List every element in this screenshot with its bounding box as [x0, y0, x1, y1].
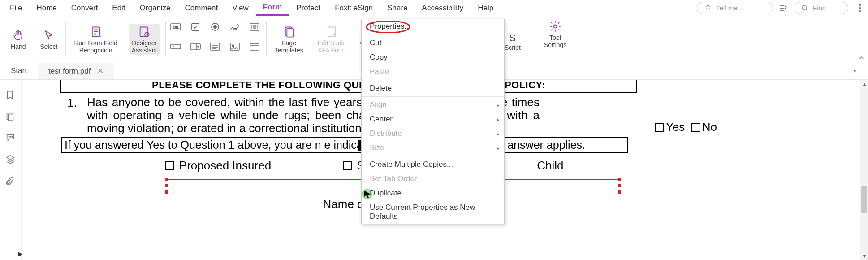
- menu-share[interactable]: Share: [380, 1, 415, 15]
- menu-form[interactable]: Form: [256, 0, 289, 16]
- instruction-banner: PLEASE COMPLETE THE FOLLOWING QUESTIONS …: [60, 80, 637, 93]
- script-partial-s: S: [510, 32, 516, 44]
- signature-field-icon[interactable]: [228, 20, 242, 34]
- dropdown-field-icon[interactable]: [188, 39, 203, 54]
- menu-accessibility[interactable]: Accessibility: [415, 1, 471, 15]
- tool-settings-button[interactable]: Tool Settings: [541, 19, 570, 52]
- svg-rect-6: [140, 27, 147, 36]
- svg-point-29: [9, 136, 9, 137]
- listbox-field-icon[interactable]: [208, 39, 222, 54]
- resize-handle-mr[interactable]: [618, 184, 621, 187]
- checkbox-yes[interactable]: [655, 123, 664, 132]
- menu-file[interactable]: File: [3, 1, 29, 15]
- close-icon[interactable]: ✕: [97, 67, 104, 75]
- svg-point-2: [859, 4, 861, 6]
- hand-tool-button[interactable]: Hand: [8, 28, 28, 51]
- menu-help[interactable]: Help: [471, 1, 501, 15]
- hand-label: Hand: [11, 43, 26, 50]
- resize-handle-ml[interactable]: [165, 184, 168, 187]
- ctx-center[interactable]: Center: [362, 112, 504, 126]
- page-templates-icon: [282, 25, 296, 39]
- menu-foxit-esign[interactable]: Foxit eSign: [328, 1, 380, 15]
- list-filter-icon[interactable]: [777, 3, 788, 13]
- ctx-cut[interactable]: Cut: [362, 36, 504, 50]
- edit-static-xfa-button: Edit Static XFA Form: [315, 24, 348, 55]
- textfield-small-icon[interactable]: [168, 39, 183, 54]
- menu-edit[interactable]: Edit: [105, 1, 132, 15]
- yes-no-choices: Yes No: [655, 120, 717, 134]
- select-label: Select: [40, 43, 57, 50]
- checkbox-no[interactable]: [691, 123, 700, 132]
- resize-handle-tl[interactable]: [165, 178, 168, 181]
- script-button[interactable]: S Script: [502, 19, 523, 52]
- resize-handle-bl[interactable]: [165, 190, 168, 194]
- pages-icon[interactable]: [5, 111, 17, 123]
- menu-comment[interactable]: Comment: [178, 1, 225, 15]
- run-form-recognition-button[interactable]: Run Form Field Recognition: [71, 24, 120, 55]
- menu-view[interactable]: View: [225, 1, 256, 15]
- option-proposed-insured: Proposed Insured: [179, 159, 271, 172]
- svg-point-31: [12, 136, 13, 137]
- svg-point-30: [10, 136, 11, 137]
- svg-rect-28: [8, 114, 13, 121]
- search-icon: [799, 3, 810, 13]
- ctx-paste: Paste: [362, 65, 504, 79]
- tool-settings-label: Tool Settings: [544, 34, 567, 48]
- attachments-icon[interactable]: [5, 176, 17, 187]
- radio-field-icon[interactable]: [208, 20, 222, 34]
- designer-assistant-button[interactable]: Designer Assistant: [129, 24, 160, 55]
- ctx-use-current-defaults[interactable]: Use Current Properties as New Defaults: [362, 200, 504, 224]
- instruction-note-box: If you answered Yes to Question 1 above,…: [61, 137, 628, 153]
- checkbox-proposed-insured[interactable]: [165, 161, 174, 170]
- tabs-dropdown-button[interactable]: ▾: [851, 65, 859, 77]
- ctx-copy[interactable]: Copy: [362, 50, 504, 65]
- menu-organize[interactable]: Organize: [133, 1, 178, 15]
- bookmark-icon[interactable]: [5, 90, 17, 101]
- menu-home[interactable]: Home: [29, 1, 64, 15]
- page-templates-button[interactable]: Page Templates: [272, 24, 306, 55]
- tellme-search[interactable]: Tell me...: [697, 2, 773, 14]
- scroll-up-button[interactable]: ▴: [860, 80, 868, 88]
- svg-rect-10: [192, 23, 199, 30]
- date-field-icon[interactable]: [247, 39, 262, 54]
- ctx-properties[interactable]: Properties...: [362, 19, 504, 34]
- tab-test-form-label: test form.pdf: [48, 67, 91, 75]
- ctx-duplicate[interactable]: Duplicate...: [362, 186, 504, 200]
- form-recognition-icon: [89, 25, 103, 39]
- resize-handle-tr[interactable]: [618, 178, 621, 181]
- tab-start[interactable]: Start: [0, 63, 38, 79]
- tellme-placeholder: Tell me...: [716, 4, 743, 12]
- ctx-distribute: Distribute: [362, 126, 504, 141]
- checkbox-field-icon[interactable]: [188, 20, 203, 34]
- ribbon-collapse-button[interactable]: [858, 55, 864, 61]
- layers-icon[interactable]: [5, 154, 17, 166]
- edit-static-icon: [325, 25, 338, 39]
- ctx-delete[interactable]: Delete: [362, 81, 504, 95]
- checkbox-spouse[interactable]: [343, 161, 352, 170]
- ctx-size: Size: [362, 141, 504, 155]
- textfield-ok-icon[interactable]: OK: [168, 20, 183, 34]
- select-tool-button[interactable]: Select: [37, 28, 60, 51]
- find-search[interactable]: Find: [795, 2, 848, 14]
- scroll-down-button[interactable]: ▾: [860, 252, 868, 260]
- svg-point-1: [802, 5, 806, 9]
- tab-test-form[interactable]: test form.pdf ✕: [38, 63, 114, 79]
- menu-convert[interactable]: Convert: [64, 1, 105, 15]
- svg-point-0: [706, 5, 710, 9]
- image-field-icon[interactable]: [228, 39, 242, 54]
- form-field-types-grid-2: [246, 18, 265, 57]
- menu-protect[interactable]: Protect: [289, 1, 328, 15]
- option-child: Child: [537, 159, 563, 172]
- resize-handle-br[interactable]: [618, 190, 621, 194]
- vertical-scrollbar[interactable]: ▴ ▾: [860, 80, 868, 260]
- kebab-menu-icon[interactable]: [855, 3, 865, 13]
- scroll-thumb[interactable]: [861, 186, 867, 213]
- form-field-types-grid: OK: [167, 18, 246, 57]
- comments-icon[interactable]: [5, 133, 17, 144]
- find-placeholder: Find: [813, 4, 826, 12]
- scroll-track[interactable]: [860, 88, 868, 252]
- barcode-field-icon[interactable]: [247, 20, 262, 34]
- run-form-recognition-label: Run Form Field Recognition: [74, 39, 117, 54]
- ctx-create-multiple-copies[interactable]: Create Multiple Copies...: [362, 157, 504, 172]
- lightbulb-icon: [703, 3, 713, 13]
